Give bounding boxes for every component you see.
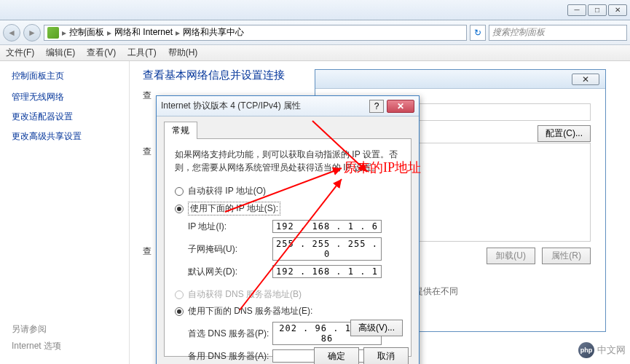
ip-address-row: IP 地址(I): 192 . 168 . 1 . 6	[175, 218, 401, 235]
see-also-label: 另请参阅	[12, 323, 61, 336]
breadcrumb-seg-1[interactable]: 控制面板	[69, 26, 104, 39]
adapter-close-button[interactable]: ✕	[572, 74, 599, 85]
menu-help[interactable]: 帮助(H)	[168, 47, 198, 59]
manual-dns-radio-row[interactable]: 使用下面的 DNS 服务器地址(E):	[175, 303, 401, 320]
navigation-bar: ◄ ► ▸ 控制面板 ▸ 网络和 Internet ▸ 网络和共享中心 ↻ 搜索…	[0, 20, 630, 45]
breadcrumb-seg-3[interactable]: 网络和共享中心	[183, 26, 244, 39]
subnet-mask-input[interactable]: 255 . 255 . 255 . 0	[272, 237, 382, 261]
dns1-label: 首选 DNS 服务器(P):	[188, 328, 272, 340]
forward-button[interactable]: ►	[23, 24, 41, 41]
ipv4-title: Internet 协议版本 4 (TCP/IPv4) 属性	[161, 100, 369, 112]
sidebar-footer: 另请参阅 Internet 选项	[12, 323, 61, 357]
ipv4-titlebar[interactable]: Internet 协议版本 4 (TCP/IPv4) 属性 ? ✕	[157, 96, 419, 116]
manual-ip-radio-row[interactable]: 使用下面的 IP 地址(S):	[175, 199, 401, 218]
advanced-button[interactable]: 高级(V)...	[350, 320, 403, 336]
properties-button[interactable]: 属性(R)	[542, 248, 591, 264]
chevron-right-icon: ▸	[60, 28, 68, 38]
configure-button[interactable]: 配置(C)...	[538, 125, 591, 142]
radio-checked-icon[interactable]	[175, 307, 184, 316]
minimize-button[interactable]: ─	[567, 4, 586, 16]
dialog-footer: 确定 取消	[314, 347, 409, 364]
ipv4-properties-dialog: Internet 协议版本 4 (TCP/IPv4) 属性 ? ✕ 常规 如果网…	[156, 95, 420, 364]
menu-bar: 文件(F) 编辑(E) 查看(V) 工具(T) 帮助(H)	[0, 45, 630, 61]
window-close-button[interactable]: ✕	[608, 4, 627, 16]
sidebar-link-wireless[interactable]: 管理无线网络	[12, 91, 117, 103]
gateway-input[interactable]: 192 . 168 . 1 . 1	[272, 265, 382, 278]
cancel-button[interactable]: 取消	[363, 347, 409, 364]
auto-ip-radio-row[interactable]: 自动获得 IP 地址(O)	[175, 183, 401, 199]
sidebar-title[interactable]: 控制面板主页	[12, 70, 117, 82]
maximize-button[interactable]: □	[588, 4, 607, 16]
search-placeholder: 搜索控制面板	[492, 26, 545, 39]
control-panel-icon	[47, 27, 59, 39]
watermark: php 中文网	[578, 342, 626, 358]
auto-dns-radio-row: 自动获得 DNS 服务器地址(B)	[175, 286, 401, 303]
radio-disabled-icon	[175, 290, 184, 299]
subnet-mask-row: 子网掩码(U): 255 . 255 . 255 . 0	[175, 235, 401, 263]
ok-button[interactable]: 确定	[314, 347, 359, 364]
refresh-button[interactable]: ↻	[470, 25, 486, 41]
ip-address-label: IP 地址(I):	[188, 221, 272, 233]
search-input[interactable]: 搜索控制面板	[489, 25, 627, 41]
sidebar: 控制面板主页 管理无线网络 更改适配器设置 更改高级共享设置 另请参阅 Inte…	[0, 61, 130, 364]
ip-address-input[interactable]: 192 . 168 . 1 . 6	[272, 220, 382, 233]
menu-edit[interactable]: 编辑(E)	[46, 47, 75, 59]
gateway-label: 默认网关(D):	[188, 266, 272, 278]
close-button[interactable]: ✕	[387, 100, 414, 113]
breadcrumb[interactable]: ▸ 控制面板 ▸ 网络和 Internet ▸ 网络和共享中心	[44, 25, 467, 41]
subnet-mask-label: 子网掩码(U):	[188, 243, 272, 256]
breadcrumb-seg-2[interactable]: 网络和 Internet	[114, 26, 173, 39]
window-titlebar: ─ □ ✕	[0, 0, 630, 20]
menu-view[interactable]: 查看(V)	[87, 47, 116, 59]
sidebar-link-adapter[interactable]: 更改适配器设置	[12, 111, 117, 123]
dns2-label: 备用 DNS 服务器(A):	[188, 350, 272, 363]
ipv4-body: 常规 如果网络支持此功能，则可以获取自动指派的 IP 设置。否则，您需要从网络系…	[157, 116, 419, 364]
chevron-right-icon: ▸	[174, 28, 181, 38]
menu-file[interactable]: 文件(F)	[6, 47, 34, 59]
chevron-right-icon: ▸	[106, 28, 113, 38]
watermark-text: 中文网	[597, 344, 626, 357]
uninstall-button[interactable]: 卸载(U)	[487, 248, 535, 264]
radio-icon[interactable]	[175, 187, 184, 196]
radio-checked-icon[interactable]	[175, 205, 184, 213]
help-button[interactable]: ?	[369, 100, 384, 113]
internet-options-link[interactable]: Internet 选项	[12, 340, 61, 352]
menu-tools[interactable]: 工具(T)	[127, 47, 156, 59]
sidebar-link-advanced[interactable]: 更改高级共享设置	[12, 130, 117, 143]
gateway-row: 默认网关(D): 192 . 168 . 1 . 1	[175, 263, 401, 280]
manual-ip-label: 使用下面的 IP 地址(S):	[188, 202, 280, 215]
tab-general[interactable]: 常规	[164, 122, 197, 139]
auto-dns-label: 自动获得 DNS 服务器地址(B)	[188, 288, 302, 301]
watermark-logo-icon: php	[578, 342, 594, 358]
adapter-dialog-title: ✕	[315, 70, 605, 89]
auto-ip-label: 自动获得 IP 地址(O)	[188, 185, 266, 197]
back-button[interactable]: ◄	[3, 24, 20, 41]
manual-dns-label: 使用下面的 DNS 服务器地址(E):	[188, 305, 312, 317]
ipv4-description: 如果网络支持此功能，则可以获取自动指派的 IP 设置。否则，您需要从网络系统管理…	[175, 148, 401, 174]
